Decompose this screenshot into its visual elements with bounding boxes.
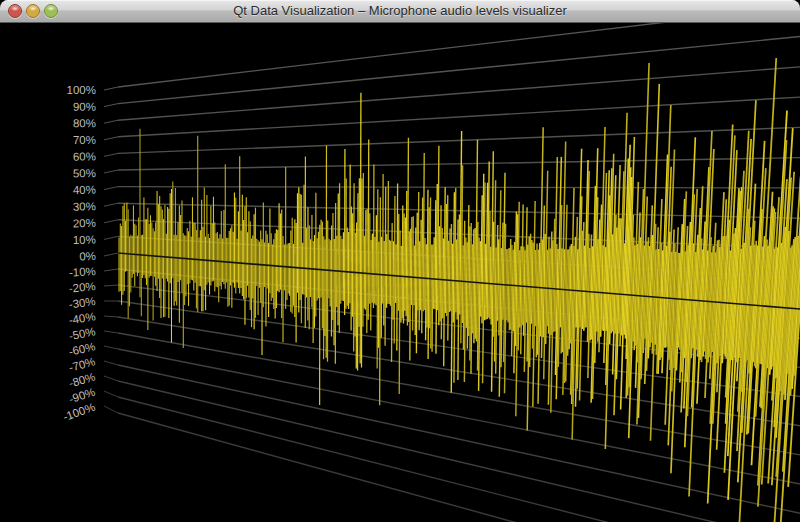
app-window: Qt Data Visualization – Microphone audio… [0,0,800,522]
y-axis-tick-label: 40% [73,184,96,196]
y-axis-tick-label: -30% [68,295,96,310]
y-axis-tick-label: -20% [68,280,96,295]
minimize-button[interactable] [26,4,40,18]
y-axis-tick-label: -50% [68,325,97,342]
y-axis-tick-label: 30% [73,200,96,213]
window-title: Qt Data Visualization – Microphone audio… [0,0,800,22]
audio-levels-3d-graph[interactable]: 100%90%80%70%60%50%40%30%20%10%0%-10%-20… [0,23,800,522]
y-axis-tick-label: 20% [73,217,96,230]
y-axis-tick-label: 60% [73,150,96,162]
title-bar[interactable]: Qt Data Visualization – Microphone audio… [0,0,800,23]
y-axis-tick-label: 100% [67,84,96,96]
zoom-button[interactable] [44,4,58,18]
y-axis-tick-label: 50% [73,167,96,179]
y-axis-tick-label: -10% [69,265,97,279]
y-axis-tick-label: -100% [61,401,96,424]
waveform-bars [119,58,800,522]
close-button[interactable] [8,4,22,18]
y-axis-tick-label: 80% [73,117,96,129]
window-controls [8,4,58,18]
chart-area[interactable]: 100%90%80%70%60%50%40%30%20%10%0%-10%-20… [0,23,800,522]
y-axis-tick-label: 70% [73,134,96,146]
y-axis-labels: 100%90%80%70%60%50%40%30%20%10%0%-10%-20… [61,84,96,423]
y-axis-tick-label: 90% [73,101,96,113]
y-axis-tick-label: 10% [73,233,96,246]
y-axis-tick-label: 0% [79,250,96,263]
y-axis-tick-label: -40% [68,310,96,326]
